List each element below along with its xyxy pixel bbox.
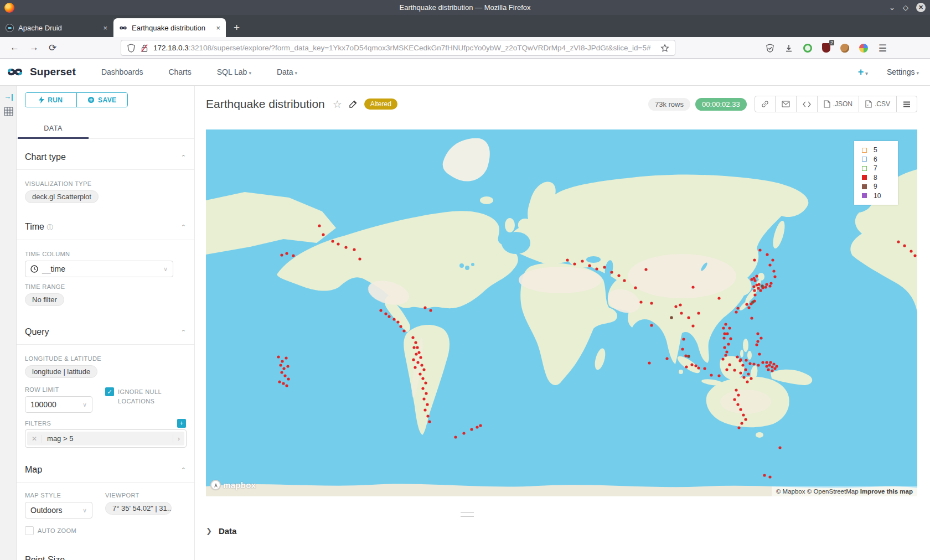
earthquake-point: [470, 428, 473, 431]
earthquake-point: [674, 305, 677, 308]
add-filter-button[interactable]: +: [177, 419, 186, 428]
chevron-up-icon[interactable]: ⌃: [181, 154, 186, 161]
tab-data[interactable]: DATA: [18, 119, 89, 139]
section-map[interactable]: Map ⌃: [17, 465, 195, 475]
nav-charts[interactable]: Charts: [168, 68, 191, 76]
chevron-down-icon: ▾: [916, 70, 919, 76]
edit-properties-icon[interactable]: [349, 100, 358, 108]
chevron-up-icon[interactable]: ⌃: [181, 224, 186, 231]
section-chart-type[interactable]: Chart type ⌃: [17, 152, 195, 162]
run-button[interactable]: RUN: [25, 93, 76, 107]
dataset-grid-icon[interactable]: [4, 107, 13, 116]
section-time[interactable]: Time ⓘ ⌃: [17, 222, 195, 232]
chevron-down-icon: ∨: [82, 507, 87, 514]
share-link-button[interactable]: [755, 96, 775, 112]
expand-datasource-icon[interactable]: →|: [4, 92, 13, 101]
export-csv-button[interactable]: x .CSV: [859, 96, 896, 112]
legend-swatch: [862, 184, 867, 189]
filter-item[interactable]: ✕ mag > 5 ›: [27, 432, 184, 445]
extension-green-icon[interactable]: [803, 44, 812, 53]
mapbox-logo[interactable]: mapbox: [210, 480, 256, 490]
superset-logo[interactable]: Superset: [7, 66, 76, 78]
deckgl-scatter-map[interactable]: 5678910 mapbox © Mapbox © OpenStreetMap …: [206, 129, 917, 496]
insecure-lock-icon[interactable]: [140, 44, 149, 53]
mapbox-attribution-link[interactable]: © Mapbox: [776, 488, 805, 495]
earthquake-point: [358, 257, 361, 260]
osm-attribution-link[interactable]: © OpenStreetMap: [807, 488, 859, 495]
earthquake-point: [292, 254, 294, 257]
downloads-icon[interactable]: [784, 44, 793, 53]
time-column-select[interactable]: __time ∨: [25, 261, 173, 277]
map-style-select[interactable]: Outdoors ∨: [25, 502, 92, 518]
forward-button[interactable]: →: [29, 42, 39, 53]
section-query[interactable]: Query ⌃: [17, 327, 195, 337]
nav-data[interactable]: Data▾: [277, 68, 297, 76]
colorful-extension-icon[interactable]: [859, 44, 868, 53]
nav-sql-lab[interactable]: SQL Lab▾: [217, 68, 251, 76]
close-icon[interactable]: ✕: [916, 3, 926, 12]
tab-apache-druid[interactable]: Apache Druid ×: [0, 18, 113, 37]
earthquake-point: [418, 372, 421, 375]
chevron-right-icon[interactable]: ›: [173, 434, 184, 443]
cookie-extension-icon[interactable]: [840, 44, 849, 53]
embed-code-button[interactable]: [796, 96, 817, 112]
lonlat-pill[interactable]: longitude | latitude: [25, 365, 97, 378]
viewport-pill[interactable]: 7° 35' 54.02" | 31...: [105, 502, 172, 515]
chevron-down-icon[interactable]: ⌄: [181, 557, 186, 560]
ignore-null-checkbox[interactable]: ✓: [105, 387, 114, 396]
chevron-up-icon[interactable]: ⌃: [181, 329, 186, 336]
earthquake-point: [765, 365, 768, 367]
section-point-size[interactable]: Point Size ⌄: [17, 555, 195, 560]
reload-button[interactable]: ⟳: [49, 42, 56, 54]
earthquake-point: [750, 377, 752, 380]
protection-shield-icon[interactable]: [766, 44, 774, 53]
firefox-menu-icon[interactable]: ☰: [879, 43, 887, 54]
earthquake-point: [384, 312, 387, 315]
link-icon: [761, 100, 769, 108]
earthquake-point: [755, 274, 758, 277]
export-json-button[interactable]: .JSON: [817, 96, 859, 112]
adblocker-shield-icon[interactable]: 2: [822, 43, 830, 53]
row-limit-select[interactable]: 100000 ∨: [25, 396, 92, 413]
panel-resize-handle[interactable]: [461, 512, 474, 517]
url-bar[interactable]: 172.18.0.3:32108/superset/explore/?form_…: [121, 40, 675, 56]
legend-swatch: [862, 175, 867, 180]
earthquake-point: [773, 275, 776, 278]
earthquake-point: [285, 252, 288, 255]
tab-label: Earthquake distribution: [132, 24, 211, 32]
back-button[interactable]: ←: [10, 42, 19, 53]
chart-menu-button[interactable]: [896, 96, 917, 112]
tab-earthquake-distribution[interactable]: Earthquake distribution ×: [113, 18, 226, 37]
tab-close-icon[interactable]: ×: [103, 24, 107, 32]
data-panel-toggle[interactable]: ❯ Data: [206, 526, 236, 536]
chevron-up-icon[interactable]: ⌃: [181, 466, 186, 474]
earthquake-point: [765, 361, 768, 364]
earthquake-point: [771, 365, 773, 368]
earthquake-point: [281, 360, 283, 362]
time-range-pill[interactable]: No filter: [25, 293, 64, 306]
earthquake-point: [331, 240, 334, 242]
tab-close-icon[interactable]: ×: [216, 24, 220, 32]
new-tab-button[interactable]: +: [234, 22, 240, 34]
mapbox-icon: [210, 480, 221, 490]
favorite-star-icon[interactable]: ☆: [333, 98, 342, 111]
viz-type-pill[interactable]: deck.gl Scatterplot: [25, 190, 99, 203]
improve-map-link[interactable]: Improve this map: [860, 488, 913, 495]
email-button[interactable]: [775, 96, 796, 112]
permissions-shield-icon[interactable]: [127, 44, 136, 53]
settings-menu[interactable]: Settings▾: [887, 68, 919, 76]
nav-dashboards[interactable]: Dashboards: [101, 68, 143, 76]
bookmark-star-icon[interactable]: [660, 44, 669, 53]
remove-filter-icon[interactable]: ✕: [27, 435, 42, 443]
chart-title: Earthquake distribution: [206, 97, 325, 111]
earthquake-point: [726, 332, 728, 335]
earthquake-point: [344, 246, 347, 248]
legend-item: 8: [862, 173, 898, 183]
maximize-icon[interactable]: ◇: [903, 3, 908, 12]
auto-zoom-checkbox[interactable]: [25, 526, 34, 535]
save-button[interactable]: SAVE: [76, 93, 128, 107]
add-new-button[interactable]: +▾: [858, 66, 868, 78]
minimize-icon[interactable]: ⌄: [889, 3, 895, 12]
earthquake-point: [277, 355, 280, 358]
altered-badge[interactable]: Altered: [364, 98, 397, 110]
